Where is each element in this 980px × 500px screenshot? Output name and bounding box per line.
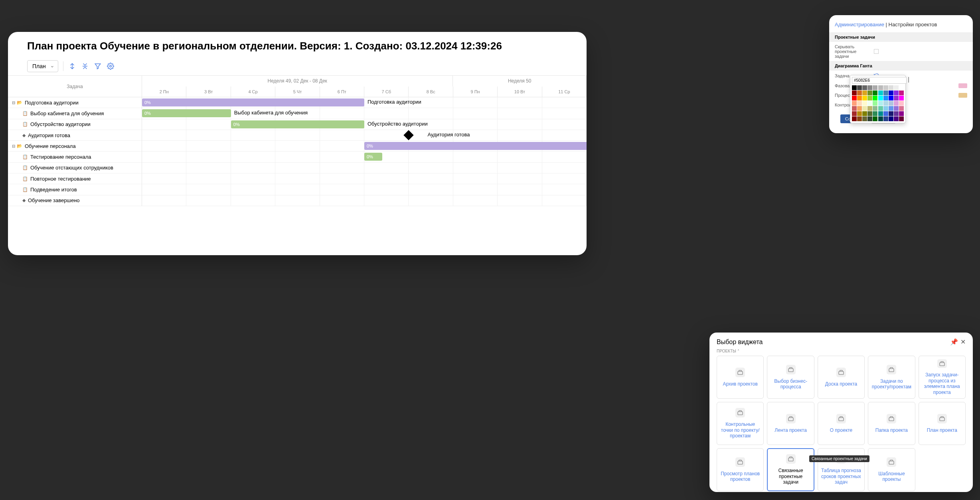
palette-cell[interactable] [867, 106, 872, 111]
palette-cell[interactable] [873, 96, 877, 100]
palette-cell[interactable] [867, 101, 872, 106]
widget-card[interactable]: Запуск задачи-процесса из элемента плана… [919, 356, 966, 399]
widget-card[interactable]: Контрольные точки по проекту/проектам [717, 402, 764, 445]
widget-card[interactable]: Выбор бизнес-процесса [767, 356, 814, 399]
palette-cell[interactable] [883, 101, 888, 106]
widget-card[interactable]: Просмотр планов проектов [717, 448, 764, 491]
widget-card[interactable]: Задачи по проекту/проектам [868, 356, 915, 399]
palette-cell[interactable] [899, 116, 904, 121]
palette-cell[interactable] [857, 111, 862, 116]
filter-icon[interactable] [94, 62, 102, 70]
palette-cell[interactable] [889, 85, 893, 90]
palette-cell[interactable] [894, 106, 899, 111]
palette-cell[interactable] [862, 101, 867, 106]
palette-cell[interactable] [883, 85, 888, 90]
task-row[interactable]: ⊟📂Обучение персонала [8, 141, 142, 152]
palette-cell[interactable] [878, 106, 883, 111]
palette-cell[interactable] [867, 116, 872, 121]
task-row[interactable]: ◆Аудитория готова [8, 130, 142, 141]
gantt-bar[interactable]: 0% [142, 98, 364, 106]
breadcrumb-admin-link[interactable]: Администрирование [835, 22, 884, 28]
palette-cell[interactable] [873, 111, 877, 116]
palette-cell[interactable] [867, 96, 872, 100]
pin-icon[interactable]: 📌 [950, 338, 958, 346]
palette-cell[interactable] [857, 106, 862, 111]
palette-cell[interactable] [899, 106, 904, 111]
expand-all-icon[interactable] [68, 62, 76, 70]
palette-cell[interactable] [889, 91, 893, 95]
palette-cell[interactable] [862, 91, 867, 95]
task-row[interactable]: ◆Обучение завершено [8, 195, 142, 206]
palette-cell[interactable] [857, 85, 862, 90]
palette-cell[interactable] [889, 106, 893, 111]
collapse-icon[interactable]: ⊟ [12, 100, 15, 105]
palette-cell[interactable] [873, 85, 877, 90]
widget-card[interactable]: План проекта [919, 402, 966, 445]
plan-selector[interactable]: План [27, 60, 58, 72]
palette-cell[interactable] [894, 111, 899, 116]
palette-cell[interactable] [889, 101, 893, 106]
palette-cell[interactable] [878, 91, 883, 95]
gantt-bar[interactable]: 0% [364, 142, 587, 150]
palette-cell[interactable] [862, 106, 867, 111]
gantt-bar[interactable]: 0% [231, 120, 364, 128]
task-row[interactable]: ⊟📂Подготовка аудитории [8, 97, 142, 108]
palette-cell[interactable] [873, 116, 877, 121]
palette-cell[interactable] [883, 106, 888, 111]
task-row[interactable]: 📋Повторное тестирование [8, 173, 142, 184]
palette-cell[interactable] [883, 111, 888, 116]
widget-card[interactable]: О проекте [818, 402, 865, 445]
palette-cell[interactable] [899, 111, 904, 116]
palette-cell[interactable] [857, 101, 862, 106]
hide-tasks-checkbox[interactable] [874, 49, 879, 54]
palette-cell[interactable] [862, 116, 867, 121]
gear-icon[interactable] [107, 62, 115, 70]
palette-cell[interactable] [883, 116, 888, 121]
palette-cell[interactable] [852, 111, 857, 116]
gantt-bar[interactable]: 0% [364, 153, 382, 161]
widget-card[interactable]: Доска проекта [818, 356, 865, 399]
palette-cell[interactable] [867, 85, 872, 90]
palette-cell[interactable] [857, 91, 862, 95]
task-row[interactable]: 📋Обустройство аудитории [8, 119, 142, 130]
widget-card[interactable]: Архив проектов [717, 356, 764, 399]
palette-cell[interactable] [899, 85, 904, 90]
palette-cell[interactable] [889, 111, 893, 116]
palette-cell[interactable] [894, 85, 899, 90]
palette-cell[interactable] [873, 106, 877, 111]
palette-cell[interactable] [852, 85, 857, 90]
palette-cell[interactable] [899, 96, 904, 100]
hex-input[interactable] [852, 77, 907, 84]
widget-card[interactable]: Таблица прогноза сроков проектных задач [818, 448, 865, 491]
palette-cell[interactable] [862, 111, 867, 116]
widget-card[interactable]: Шаблонные проекты [868, 448, 915, 491]
palette-cell[interactable] [867, 91, 872, 95]
palette-cell[interactable] [899, 101, 904, 106]
palette-cell[interactable] [883, 91, 888, 95]
palette-cell[interactable] [852, 106, 857, 111]
palette-cell[interactable] [852, 96, 857, 100]
palette-cell[interactable] [878, 116, 883, 121]
palette-cell[interactable] [852, 116, 857, 121]
process-color-swatch[interactable] [958, 93, 967, 98]
palette-cell[interactable] [873, 101, 877, 106]
palette-cell[interactable] [878, 85, 883, 90]
palette-cell[interactable] [867, 111, 872, 116]
gantt-bar[interactable]: 0% [142, 109, 231, 117]
task-row[interactable]: 📋Выбор кабинета для обучения [8, 108, 142, 119]
palette-cell[interactable] [857, 116, 862, 121]
widget-card[interactable]: Связанные проектные задачи [767, 448, 814, 491]
close-icon[interactable]: ✕ [960, 338, 966, 346]
palette-cell[interactable] [883, 96, 888, 100]
palette-cell[interactable] [899, 91, 904, 95]
collapse-all-icon[interactable] [81, 62, 89, 70]
palette-cell[interactable] [862, 96, 867, 100]
palette-cell[interactable] [894, 91, 899, 95]
chevron-up-icon[interactable]: ˄ [737, 349, 739, 353]
palette-cell[interactable] [894, 116, 899, 121]
widget-card[interactable]: Лента проекта [767, 402, 814, 445]
palette-cell[interactable] [894, 101, 899, 106]
palette-cell[interactable] [873, 91, 877, 95]
palette-cell[interactable] [862, 85, 867, 90]
palette-cell[interactable] [852, 101, 857, 106]
